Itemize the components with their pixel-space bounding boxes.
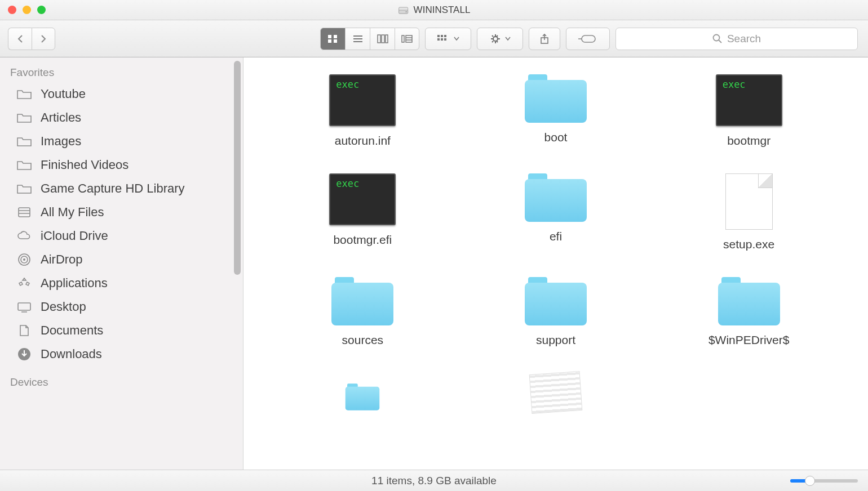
- view-list-button[interactable]: [345, 28, 370, 50]
- arrange-button[interactable]: [425, 28, 471, 50]
- view-coverflow-button[interactable]: [395, 28, 419, 50]
- sidebar-item-images[interactable]: Images: [0, 130, 243, 153]
- exec-icon: [329, 173, 396, 225]
- sidebar-item-airdrop[interactable]: AirDrop: [0, 248, 243, 271]
- sidebar-item-applications[interactable]: Applications: [0, 271, 243, 295]
- file-name: support: [536, 333, 575, 347]
- titlebar: WININSTALL: [0, 0, 868, 20]
- view-icons-button[interactable]: [320, 28, 345, 50]
- sidebar-item-label: iCloud Drive: [41, 229, 108, 243]
- file-item[interactable]: autorun.inf: [295, 74, 430, 148]
- svg-rect-11: [406, 35, 412, 42]
- sidebar-scrollbar[interactable]: [234, 61, 241, 275]
- sidebar-item-label: Game Capture HD Library: [41, 181, 185, 196]
- file-item[interactable]: boot: [488, 74, 623, 148]
- svg-rect-22: [19, 208, 30, 217]
- file-item[interactable]: bootmgr: [681, 74, 817, 148]
- search-icon: [712, 34, 723, 44]
- sidebar-item-finished-videos[interactable]: Finished Videos: [0, 153, 243, 177]
- file-item[interactable]: $WinPEDriver$: [681, 277, 817, 347]
- cloud-icon: [16, 229, 33, 243]
- sidebar-item-label: Applications: [41, 276, 108, 291]
- file-name: sources: [342, 333, 384, 347]
- svg-rect-14: [444, 35, 446, 37]
- file-item[interactable]: efi: [488, 173, 623, 251]
- file-item[interactable]: [488, 373, 623, 420]
- svg-rect-20: [582, 35, 595, 42]
- close-button[interactable]: [8, 6, 16, 14]
- sidebar-item-youtube[interactable]: Youtube: [0, 82, 243, 106]
- generic-file-icon: [529, 371, 583, 414]
- file-item[interactable]: setup.exe: [681, 173, 817, 251]
- sidebar-item-label: Articles: [41, 110, 81, 125]
- folder-icon: [16, 110, 33, 125]
- chevron-down-icon: [505, 37, 511, 41]
- search-placeholder: Search: [727, 33, 761, 45]
- sidebar-item-downloads[interactable]: Downloads: [0, 342, 243, 366]
- view-columns-button[interactable]: [370, 28, 395, 50]
- sidebar-item-articles[interactable]: Articles: [0, 106, 243, 130]
- svg-rect-17: [444, 38, 446, 41]
- file-item[interactable]: [295, 373, 430, 420]
- sidebar-item-all-my-files[interactable]: All My Files: [0, 200, 243, 224]
- folder-icon: [525, 74, 587, 123]
- exec-icon: [716, 74, 782, 126]
- sidebar-item-label: Documents: [41, 323, 103, 338]
- view-mode-group: [320, 28, 419, 50]
- exec-icon: [329, 74, 396, 126]
- airdrop-icon: [16, 252, 33, 267]
- folder-icon: [718, 277, 780, 325]
- file-name: setup.exe: [723, 238, 774, 251]
- sidebar-section-header: Favorites: [0, 64, 243, 82]
- sidebar-item-documents[interactable]: Documents: [0, 319, 243, 342]
- back-button[interactable]: [8, 28, 32, 50]
- status-text: 11 items, 8.9 GB available: [371, 475, 497, 487]
- sidebar-item-label: Desktop: [41, 300, 86, 314]
- file-item[interactable]: support: [488, 277, 623, 347]
- forward-button[interactable]: [32, 28, 55, 50]
- file-name: autorun.inf: [335, 134, 391, 148]
- nav-group: [8, 28, 55, 50]
- svg-rect-5: [328, 39, 331, 43]
- svg-rect-10: [402, 35, 404, 42]
- file-item[interactable]: sources: [295, 277, 430, 347]
- folder-icon: [16, 181, 33, 196]
- search-input[interactable]: Search: [615, 28, 858, 50]
- file-item[interactable]: bootmgr.efi: [295, 173, 430, 251]
- action-menu-button[interactable]: [477, 28, 523, 50]
- sidebar-item-label: AirDrop: [41, 252, 83, 267]
- folder-icon: [331, 277, 393, 325]
- status-bar: 11 items, 8.9 GB available: [0, 470, 868, 491]
- slider-knob[interactable]: [805, 476, 815, 486]
- file-name: $WinPEDriver$: [708, 333, 790, 347]
- svg-rect-8: [382, 35, 384, 43]
- folder-icon: [16, 134, 33, 149]
- allfiles-icon: [16, 205, 33, 220]
- sidebar-item-icloud[interactable]: iCloud Drive: [0, 224, 243, 248]
- icon-size-slider[interactable]: [790, 479, 858, 483]
- tags-button[interactable]: [566, 28, 610, 50]
- window-title-wrap: WININSTALL: [398, 5, 471, 16]
- documents-icon: [16, 323, 33, 338]
- sidebar-item-label: Youtube: [41, 87, 86, 101]
- svg-rect-15: [437, 38, 440, 41]
- share-icon: [539, 33, 550, 44]
- file-name: boot: [544, 131, 568, 144]
- svg-point-25: [23, 258, 25, 261]
- sidebar-item-desktop[interactable]: Desktop: [0, 295, 243, 319]
- svg-point-2: [406, 11, 407, 12]
- file-name: bootmgr: [727, 134, 770, 148]
- share-button[interactable]: [529, 28, 560, 50]
- sidebar-item-game-capture[interactable]: Game Capture HD Library: [0, 177, 243, 200]
- zoom-button[interactable]: [37, 6, 46, 14]
- svg-rect-9: [386, 35, 388, 43]
- file-area[interactable]: autorun.inf boot bootmgr bootmgr.efi efi…: [243, 57, 868, 470]
- sidebar-item-label: Images: [41, 134, 81, 149]
- folder-icon: [525, 173, 587, 222]
- desktop-icon: [16, 300, 33, 314]
- svg-rect-7: [378, 35, 380, 43]
- minimize-button[interactable]: [23, 6, 31, 14]
- folder-icon: [346, 383, 380, 410]
- svg-rect-4: [334, 35, 337, 38]
- sidebar-item-label: Downloads: [41, 347, 102, 361]
